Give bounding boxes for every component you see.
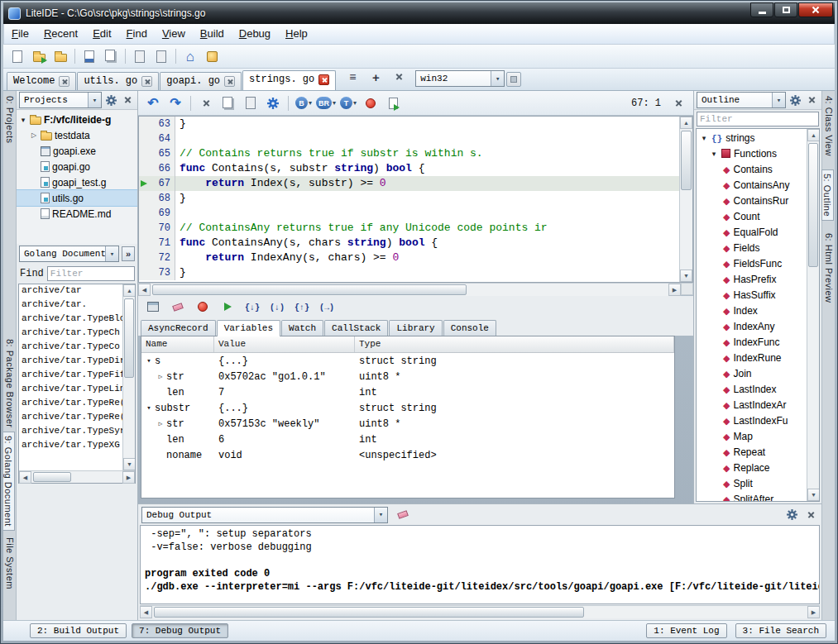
- menu-item-edit[interactable]: Edit: [85, 24, 118, 44]
- tab-close-icon[interactable]: [59, 76, 69, 87]
- chevron-down-icon[interactable]: [374, 508, 387, 522]
- code-line[interactable]: 70// ContainsAny returns true if any Uni…: [139, 221, 679, 236]
- project-tree-item[interactable]: goapi.exe: [17, 143, 137, 159]
- scroll-down-button[interactable]: [680, 270, 692, 282]
- save-file-button[interactable]: [79, 46, 99, 66]
- side-tab-6-html-preview[interactable]: 6: Html Preview: [822, 230, 835, 307]
- outline-function-item[interactable]: LastIndex: [697, 381, 807, 397]
- golang-document-combo[interactable]: Golang Document: [19, 246, 119, 262]
- scroll-left-button[interactable]: [140, 606, 152, 618]
- outline-function-item[interactable]: LastIndexAr: [697, 397, 807, 413]
- expander-icon[interactable]: [19, 116, 27, 124]
- chevron-down-icon[interactable]: [772, 93, 785, 107]
- code-line[interactable]: 67 return Index(s, substr) >= 0: [139, 176, 679, 191]
- side-tab-8-package-browser[interactable]: 8: Package Browser: [3, 336, 16, 431]
- editor-hscrollbar[interactable]: [138, 283, 693, 296]
- output-hscrollbar[interactable]: [140, 605, 820, 618]
- column-header-name[interactable]: Name: [141, 336, 214, 352]
- line-number[interactable]: 72: [139, 250, 175, 265]
- scroll-left-button[interactable]: [138, 284, 151, 296]
- continue-button[interactable]: [218, 297, 237, 317]
- project-tree-item[interactable]: utils.go: [17, 190, 137, 206]
- line-number[interactable]: 63: [139, 117, 175, 131]
- debug-tab-watch[interactable]: Watch: [281, 320, 323, 336]
- debug-tab-callstack[interactable]: CallStack: [324, 320, 388, 336]
- outline-function-item[interactable]: ContainsAny: [697, 177, 807, 193]
- doc-index-item[interactable]: archive/tar.TypeFifc: [19, 370, 122, 384]
- scroll-track[interactable]: [807, 141, 819, 489]
- code-line[interactable]: 68}: [139, 191, 679, 206]
- expander-icon[interactable]: [30, 131, 38, 139]
- env-edit-button[interactable]: [506, 72, 521, 87]
- outline-function-item[interactable]: ContainsRur: [697, 193, 807, 208]
- project-tree-item[interactable]: testdata: [17, 127, 137, 143]
- panel-settings-button[interactable]: [785, 508, 799, 522]
- scroll-track[interactable]: [123, 297, 135, 458]
- menu-item-build[interactable]: Build: [193, 24, 232, 44]
- export-button[interactable]: [383, 93, 403, 113]
- variable-row[interactable]: nonamevoid<unspecified>: [141, 447, 674, 463]
- editor-vscrollbar[interactable]: [679, 117, 692, 282]
- menu-item-debug[interactable]: Debug: [232, 24, 278, 44]
- doc-tab-strings-go[interactable]: strings. go: [242, 70, 336, 90]
- outline-function-item[interactable]: EqualFold: [697, 224, 807, 240]
- side-tab-4-class-view[interactable]: 4: Class View: [822, 93, 835, 160]
- expander-icon[interactable]: [156, 373, 165, 380]
- outline-function-item[interactable]: HasPrefix: [697, 271, 807, 287]
- env-combo[interactable]: win32: [415, 70, 505, 87]
- chevron-down-icon[interactable]: [105, 246, 118, 261]
- outline-function-item[interactable]: FieldsFunc: [697, 255, 807, 271]
- doc-tab-goapi-go[interactable]: goapi. go: [160, 72, 242, 90]
- variable-row[interactable]: str0x5702ac "go1.0.1"uint8 *: [141, 369, 674, 384]
- project-tree-item[interactable]: goapi.go: [17, 159, 137, 174]
- scrollbar-thumb[interactable]: [808, 143, 818, 267]
- build-run-button[interactable]: BR: [316, 93, 336, 113]
- scroll-right-button[interactable]: [122, 471, 135, 484]
- side-tab-9-golang-document[interactable]: 9: Golang Document: [3, 432, 15, 531]
- expander-icon[interactable]: [700, 134, 708, 142]
- doc-tab-utils-go[interactable]: utils. go: [77, 72, 159, 90]
- toggle-3-file-search[interactable]: 3: File Search: [735, 623, 826, 638]
- variable-row[interactable]: str0x57153c "weekly"uint8 *: [141, 416, 674, 432]
- doc-tab-welcome[interactable]: Welcome: [7, 72, 76, 90]
- undo-button[interactable]: [143, 93, 163, 113]
- code-line[interactable]: 73}: [139, 265, 679, 280]
- expander-icon[interactable]: [145, 403, 153, 413]
- project-tree-item[interactable]: F:/vfc/liteide-g: [17, 112, 137, 127]
- expander-icon[interactable]: [156, 420, 165, 427]
- doc-index-item[interactable]: archive/tar.TypeDir: [19, 355, 122, 370]
- projects-combo[interactable]: Projects: [19, 92, 102, 108]
- output-combo[interactable]: Debug Output: [141, 507, 388, 523]
- step-out-button[interactable]: [292, 297, 312, 317]
- build-button[interactable]: B: [294, 93, 314, 113]
- menu-item-recent[interactable]: Recent: [36, 24, 85, 44]
- open-file-button[interactable]: [50, 46, 70, 66]
- project-tree-item[interactable]: README.md: [17, 206, 137, 222]
- tab-close-icon[interactable]: [318, 74, 329, 85]
- stop-debug-button[interactable]: [193, 297, 213, 317]
- outline-function-item[interactable]: LastIndexFu: [697, 413, 807, 428]
- outline-function-item[interactable]: SplitAfter: [697, 491, 807, 501]
- close-document-button[interactable]: [389, 67, 409, 87]
- menu-item-view[interactable]: View: [155, 24, 193, 44]
- outline-combo[interactable]: Outline: [697, 92, 786, 108]
- scroll-down-button[interactable]: [123, 458, 135, 470]
- debug-tab-asyncrecord[interactable]: AsyncRecord: [141, 320, 216, 336]
- toggle-7-debug-output[interactable]: 7: Debug Output: [132, 623, 228, 638]
- side-tab-file-system[interactable]: File System: [3, 534, 16, 593]
- line-number[interactable]: 69: [139, 206, 175, 221]
- scrollbar-thumb[interactable]: [681, 131, 692, 190]
- tab-close-icon[interactable]: [224, 76, 235, 87]
- variable-row[interactable]: len6int: [141, 432, 674, 447]
- outline-function-item[interactable]: IndexFunc: [697, 334, 807, 350]
- line-number[interactable]: 73: [139, 265, 175, 280]
- close-file-button[interactable]: [130, 46, 150, 66]
- outline-items[interactable]: stringsFunctionsContainsContainsAnyConta…: [697, 129, 807, 501]
- scrollbar-thumb[interactable]: [152, 284, 467, 295]
- start-debug-button[interactable]: [361, 93, 381, 113]
- tab-close-icon[interactable]: [141, 76, 152, 87]
- line-number[interactable]: 65: [139, 146, 175, 161]
- column-header-value[interactable]: Value: [214, 336, 355, 352]
- close-all-button[interactable]: [151, 46, 171, 66]
- doc-index-item[interactable]: archive/tar.TypeRe(: [19, 412, 122, 426]
